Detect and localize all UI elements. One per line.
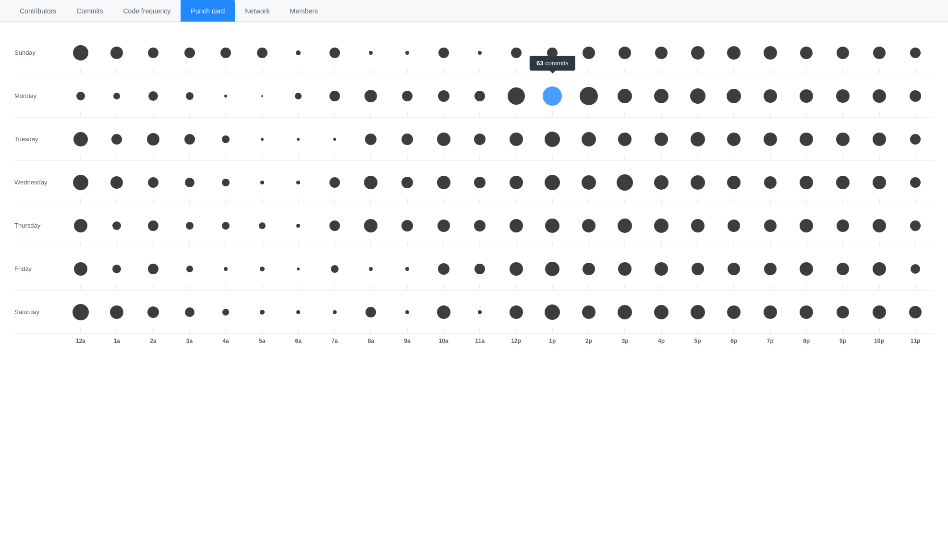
dot-cell[interactable] [643, 74, 680, 117]
dot-cell[interactable] [353, 31, 389, 74]
dot-cell[interactable] [389, 161, 425, 204]
dot-cell[interactable] [825, 204, 861, 247]
dot-cell[interactable] [825, 74, 861, 117]
dot-cell[interactable] [571, 31, 607, 74]
dot-cell[interactable] [425, 291, 462, 333]
dot-cell[interactable] [62, 204, 99, 247]
dot-cell[interactable] [207, 31, 244, 74]
dot-cell[interactable] [535, 161, 571, 204]
dot-cell[interactable] [280, 247, 316, 290]
tab-code-frequency[interactable]: Code frequency [113, 0, 181, 22]
dot-cell[interactable] [389, 31, 425, 74]
dot-cell[interactable] [353, 118, 389, 160]
tab-commits[interactable]: Commits [66, 0, 113, 22]
dot-cell[interactable] [498, 204, 535, 247]
dot-cell[interactable] [680, 74, 716, 117]
dot-cell[interactable] [897, 74, 934, 117]
dot-cell[interactable] [789, 291, 825, 333]
dot-cell[interactable] [897, 204, 934, 247]
dot-cell[interactable] [861, 204, 898, 247]
dot-cell[interactable] [498, 74, 535, 117]
dot-cell[interactable] [353, 247, 389, 290]
dot-cell[interactable] [171, 291, 208, 333]
dot-cell[interactable] [316, 31, 353, 74]
dot-cell[interactable] [62, 247, 99, 290]
dot-cell[interactable] [135, 161, 171, 204]
dot-cell[interactable] [316, 204, 353, 247]
dot-cell[interactable] [789, 247, 825, 290]
dot-cell[interactable] [716, 291, 752, 333]
dot-cell[interactable] [207, 118, 244, 160]
dot-cell[interactable] [680, 31, 716, 74]
dot-cell[interactable] [207, 247, 244, 290]
dot-cell[interactable] [99, 31, 135, 74]
dot-cell[interactable] [752, 291, 789, 333]
dot-cell[interactable] [607, 291, 644, 333]
dot-cell[interactable]: 63 commits [535, 74, 571, 117]
dot-cell[interactable] [789, 118, 825, 160]
dot-cell[interactable] [861, 161, 898, 204]
dot-cell[interactable] [171, 161, 208, 204]
dot-cell[interactable] [752, 247, 789, 290]
dot-cell[interactable] [716, 204, 752, 247]
dot-cell[interactable] [825, 161, 861, 204]
dot-cell[interactable] [389, 247, 425, 290]
dot-cell[interactable] [680, 204, 716, 247]
dot-cell[interactable] [353, 161, 389, 204]
dot-cell[interactable] [99, 161, 135, 204]
dot-cell[interactable] [752, 74, 789, 117]
dot-cell[interactable] [99, 247, 135, 290]
dot-cell[interactable] [244, 247, 280, 290]
dot-cell[interactable] [389, 74, 425, 117]
dot-cell[interactable] [535, 247, 571, 290]
dot-cell[interactable] [316, 118, 353, 160]
tab-punch-card[interactable]: Punch card [181, 0, 235, 22]
dot-cell[interactable] [897, 247, 934, 290]
dot-cell[interactable] [425, 204, 462, 247]
dot-cell[interactable] [680, 247, 716, 290]
dot-cell[interactable] [244, 161, 280, 204]
dot-cell[interactable] [207, 74, 244, 117]
dot-cell[interactable] [425, 31, 462, 74]
dot-cell[interactable] [135, 291, 171, 333]
dot-cell[interactable] [716, 31, 752, 74]
dot-cell[interactable] [716, 161, 752, 204]
dot-cell[interactable] [607, 118, 644, 160]
dot-cell[interactable] [607, 204, 644, 247]
dot-cell[interactable] [462, 74, 498, 117]
dot-cell[interactable] [643, 118, 680, 160]
dot-cell[interactable] [425, 118, 462, 160]
dot-cell[interactable] [280, 74, 316, 117]
dot-cell[interactable] [789, 161, 825, 204]
dot-cell[interactable] [680, 118, 716, 160]
dot-cell[interactable] [280, 31, 316, 74]
dot-cell[interactable] [353, 291, 389, 333]
dot-cell[interactable] [171, 118, 208, 160]
dot-cell[interactable] [535, 204, 571, 247]
dot-cell[interactable] [897, 118, 934, 160]
dot-cell[interactable] [425, 161, 462, 204]
dot-cell[interactable] [825, 247, 861, 290]
dot-cell[interactable] [825, 291, 861, 333]
dot-cell[interactable] [571, 161, 607, 204]
dot-cell[interactable] [789, 74, 825, 117]
dot-cell[interactable] [789, 31, 825, 74]
dot-cell[interactable] [353, 204, 389, 247]
dot-cell[interactable] [171, 247, 208, 290]
dot-cell[interactable] [62, 74, 99, 117]
dot-cell[interactable] [316, 74, 353, 117]
dot-cell[interactable] [861, 118, 898, 160]
tab-contributors[interactable]: Contributors [10, 0, 66, 22]
dot-cell[interactable] [462, 291, 498, 333]
dot-cell[interactable] [171, 204, 208, 247]
dot-cell[interactable] [171, 74, 208, 117]
dot-cell[interactable] [897, 161, 934, 204]
dot-cell[interactable] [389, 118, 425, 160]
dot-cell[interactable] [244, 291, 280, 333]
tab-network[interactable]: Network [235, 0, 280, 22]
dot-cell[interactable] [99, 118, 135, 160]
dot-cell[interactable] [171, 31, 208, 74]
dot-cell[interactable] [99, 204, 135, 247]
dot-cell[interactable] [498, 31, 535, 74]
dot-cell[interactable] [244, 118, 280, 160]
